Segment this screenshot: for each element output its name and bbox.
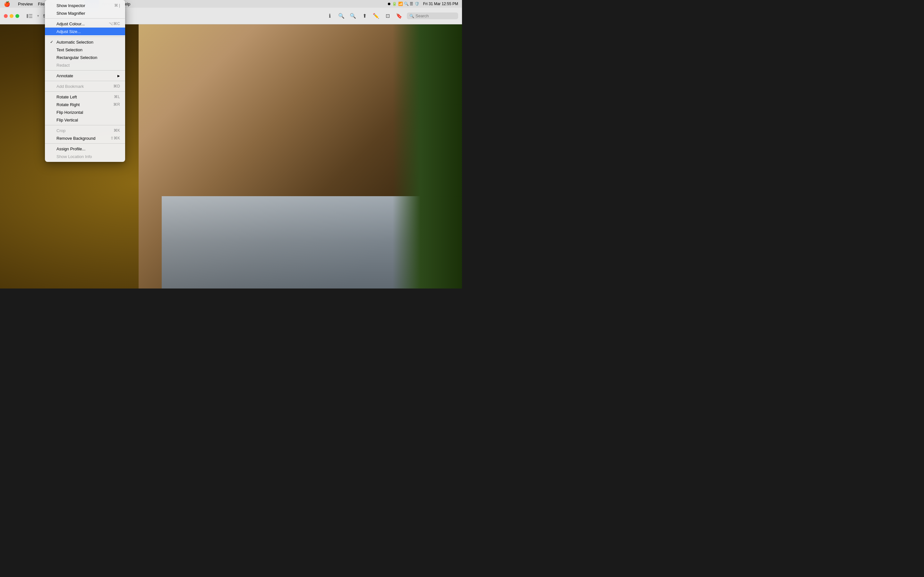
menu-separator-4 xyxy=(45,81,125,81)
info-button[interactable]: ℹ xyxy=(325,11,335,21)
menu-item-show-inspector[interactable]: Show Inspector ⌘ | xyxy=(45,2,125,9)
svg-rect-3 xyxy=(29,17,32,18)
menu-item-flip-vertical[interactable]: Flip Vertical xyxy=(45,116,125,124)
datetime: Fri 31 Mar 12:55 PM xyxy=(423,2,458,6)
search-input[interactable] xyxy=(415,13,456,18)
zoom-in-button[interactable]: 🔍 xyxy=(348,11,358,21)
photo-tree xyxy=(393,24,462,288)
maximize-button[interactable] xyxy=(15,14,19,18)
tools-dropdown-menu: Show Inspector ⌘ | Show Magnifier Adjust… xyxy=(45,0,125,162)
menu-item-flip-horizontal[interactable]: Flip Horizontal xyxy=(45,108,125,116)
menu-item-show-magnifier[interactable]: Show Magnifier xyxy=(45,9,125,17)
chevron-down-icon: ▾ xyxy=(37,14,39,18)
menu-item-rotate-right[interactable]: Rotate Right ⌘R xyxy=(45,101,125,108)
menu-item-crop: Crop ⌘K xyxy=(45,127,125,134)
menu-item-redact: Redact xyxy=(45,61,125,69)
menu-item-remove-background[interactable]: Remove Background ⇧⌘K xyxy=(45,134,125,142)
svg-rect-2 xyxy=(29,16,32,16)
minimize-button[interactable] xyxy=(10,14,13,18)
close-button[interactable] xyxy=(4,14,8,18)
menu-separator-2 xyxy=(45,37,125,37)
menu-item-adjust-size[interactable]: Adjust Size... xyxy=(45,27,125,35)
menu-separator-1 xyxy=(45,18,125,19)
menu-separator-3 xyxy=(45,70,125,71)
menu-separator-5 xyxy=(45,91,125,92)
search-box[interactable]: 🔍 xyxy=(407,13,458,19)
menu-item-show-location-info: Show Location Info xyxy=(45,153,125,160)
menu-item-add-bookmark: Add Bookmark ⌘D xyxy=(45,82,125,90)
menu-separator-7 xyxy=(45,143,125,143)
zoom-out-button[interactable]: 🔍 xyxy=(336,11,347,21)
svg-rect-1 xyxy=(29,14,32,15)
menu-item-rotate-left[interactable]: Rotate Left ⌘L xyxy=(45,93,125,101)
menubar-item-preview[interactable]: Preview xyxy=(15,0,35,8)
menu-item-adjust-colour[interactable]: Adjust Colour... ⌥⌘C xyxy=(45,20,125,27)
menu-item-automatic-selection[interactable]: ✓ Automatic Selection xyxy=(45,38,125,46)
menu-item-text-selection[interactable]: Text Selection xyxy=(45,46,125,53)
svg-rect-0 xyxy=(27,14,28,18)
menubar-right: ⏺ 🔋 📶 🔍 ☰ 🛡️ Fri 31 Mar 12:55 PM xyxy=(387,2,458,6)
menu-item-assign-profile[interactable]: Assign Profile... xyxy=(45,145,125,153)
bookmark-toolbar-button[interactable]: 🔖 xyxy=(394,11,404,21)
toolbar-icons: ℹ 🔍 🔍 ⬆ ✏️ ⊡ 🔖 xyxy=(325,11,404,21)
apple-menu-icon[interactable]: 🍎 xyxy=(4,1,10,7)
sidebar-toggle-button[interactable] xyxy=(24,12,35,20)
search-icon: 🔍 xyxy=(409,14,414,18)
submenu-arrow-icon: ▶ xyxy=(118,74,120,77)
markup-button[interactable]: ✏️ xyxy=(371,11,381,21)
share-button[interactable]: ⬆ xyxy=(359,11,370,21)
status-icons: ⏺ 🔋 📶 🔍 ☰ 🛡️ xyxy=(387,2,419,6)
crop-toolbar-button[interactable]: ⊡ xyxy=(383,11,393,21)
menu-item-rectangular-selection[interactable]: Rectangular Selection xyxy=(45,53,125,61)
menu-item-annotate[interactable]: Annotate ▶ xyxy=(45,72,125,79)
traffic-lights xyxy=(4,14,19,18)
